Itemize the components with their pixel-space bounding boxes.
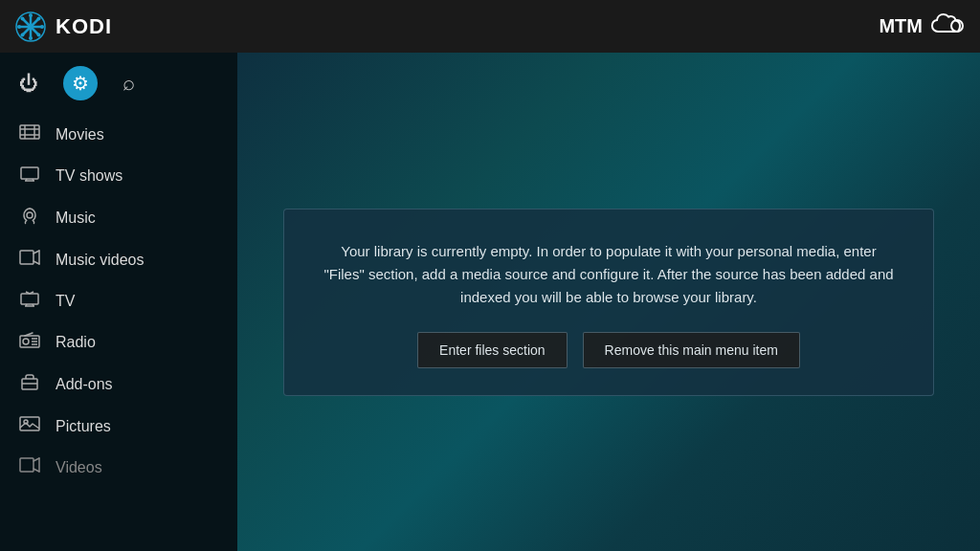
header-brand-area: MTM bbox=[879, 11, 965, 42]
svg-line-27 bbox=[33, 261, 39, 264]
svg-rect-20 bbox=[21, 167, 38, 179]
addons-icon bbox=[19, 372, 40, 396]
main-layout: ⏻ ⚙ ⌕ Movies TV shows Music bbox=[0, 53, 980, 551]
enter-files-section-button[interactable]: Enter files section bbox=[417, 332, 568, 368]
svg-point-13 bbox=[28, 24, 33, 30]
svg-point-10 bbox=[37, 33, 41, 36]
sidebar-item-pictures-label: Pictures bbox=[56, 418, 111, 435]
svg-line-47 bbox=[33, 469, 39, 472]
app-title: KODI bbox=[56, 14, 112, 39]
app-header: KODI MTM bbox=[0, 0, 980, 53]
svg-point-9 bbox=[21, 16, 25, 20]
search-icon[interactable]: ⌕ bbox=[122, 71, 135, 96]
brand-label: MTM bbox=[879, 15, 923, 37]
svg-point-8 bbox=[40, 25, 44, 29]
sidebar-item-music-label: Music bbox=[56, 209, 96, 227]
musicvideos-icon bbox=[19, 249, 40, 271]
sidebar-item-pictures[interactable]: Pictures bbox=[0, 406, 237, 447]
svg-point-5 bbox=[29, 13, 33, 17]
sidebar-controls: ⏻ ⚙ ⌕ bbox=[0, 60, 237, 114]
sidebar-item-radio[interactable]: Radio bbox=[0, 321, 237, 363]
sidebar-item-movies-label: Movies bbox=[56, 126, 104, 143]
svg-point-36 bbox=[23, 339, 29, 344]
cloud-icon bbox=[930, 11, 965, 42]
kodi-logo-icon bbox=[15, 11, 46, 42]
movies-icon bbox=[19, 123, 40, 145]
remove-menu-item-button[interactable]: Remove this main menu item bbox=[583, 332, 800, 368]
header-logo-area: KODI bbox=[15, 11, 112, 42]
sidebar-item-tv[interactable]: TV bbox=[0, 280, 237, 321]
sidebar-item-addons-label: Add-ons bbox=[56, 376, 113, 393]
content-area: Your library is currently empty. In orde… bbox=[237, 53, 980, 551]
sidebar-item-music[interactable]: Music bbox=[0, 196, 237, 239]
sidebar: ⏻ ⚙ ⌕ Movies TV shows Music bbox=[0, 53, 237, 551]
svg-point-11 bbox=[37, 16, 41, 20]
library-empty-message: Your library is currently empty. In orde… bbox=[323, 240, 895, 309]
svg-point-6 bbox=[29, 36, 33, 40]
sidebar-item-tvshows[interactable]: TV shows bbox=[0, 155, 237, 196]
sidebar-item-tv-label: TV bbox=[56, 293, 75, 310]
sidebar-item-movies[interactable]: Movies bbox=[0, 114, 237, 155]
svg-rect-45 bbox=[20, 458, 33, 472]
svg-point-24 bbox=[27, 212, 33, 218]
svg-rect-43 bbox=[20, 417, 39, 430]
tvshows-icon bbox=[19, 165, 40, 187]
tv-icon bbox=[19, 290, 40, 312]
sidebar-item-musicvideos[interactable]: Music videos bbox=[0, 239, 237, 280]
sidebar-item-musicvideos-label: Music videos bbox=[56, 252, 144, 269]
dialog-buttons: Enter files section Remove this main men… bbox=[323, 332, 895, 368]
svg-point-7 bbox=[17, 25, 21, 29]
svg-line-46 bbox=[33, 458, 39, 461]
videos-icon bbox=[19, 456, 40, 478]
sidebar-item-addons[interactable]: Add-ons bbox=[0, 363, 237, 406]
svg-rect-15 bbox=[20, 125, 39, 139]
library-empty-dialog: Your library is currently empty. In orde… bbox=[283, 209, 934, 396]
svg-rect-29 bbox=[21, 294, 38, 304]
sidebar-item-videos-label: Videos bbox=[56, 459, 102, 476]
power-icon[interactable]: ⏻ bbox=[19, 73, 38, 95]
radio-icon bbox=[19, 331, 40, 353]
music-icon bbox=[19, 206, 40, 230]
sidebar-item-tvshows-label: TV shows bbox=[56, 167, 122, 185]
svg-line-26 bbox=[33, 251, 39, 253]
settings-icon[interactable]: ⚙ bbox=[63, 66, 98, 100]
sidebar-item-radio-label: Radio bbox=[56, 334, 96, 351]
svg-rect-25 bbox=[20, 251, 33, 264]
svg-point-12 bbox=[21, 33, 25, 36]
sidebar-item-videos[interactable]: Videos bbox=[0, 447, 237, 488]
pictures-icon bbox=[19, 415, 40, 437]
